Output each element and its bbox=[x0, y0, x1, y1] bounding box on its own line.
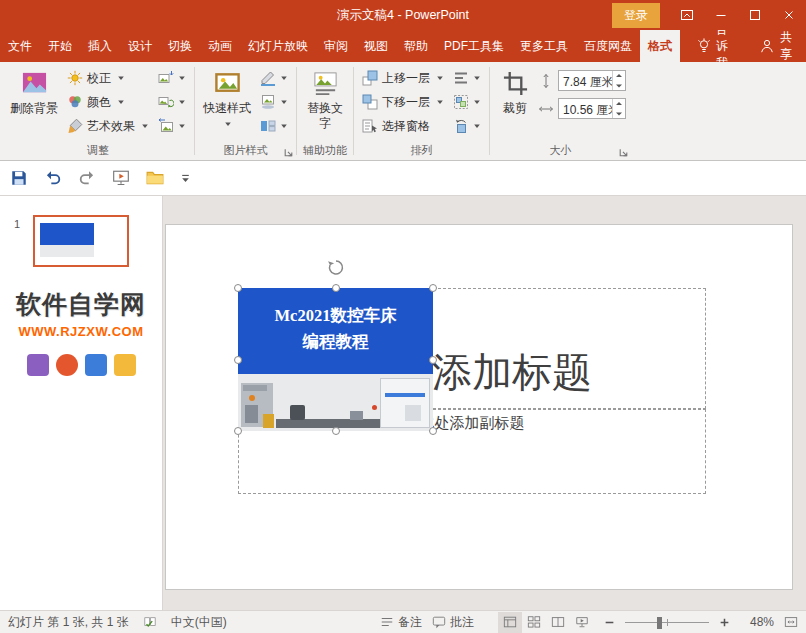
reading-view-button[interactable] bbox=[546, 612, 570, 633]
shape-width-icon bbox=[538, 101, 554, 117]
zoom-out-button[interactable] bbox=[604, 617, 615, 628]
normal-view-button[interactable] bbox=[498, 612, 522, 633]
zoom-thumb[interactable] bbox=[657, 617, 662, 629]
shape-width-spinner[interactable] bbox=[612, 99, 625, 118]
align-button[interactable] bbox=[450, 66, 484, 90]
slide-thumbnail-1[interactable] bbox=[33, 215, 129, 267]
resize-handle-sw[interactable] bbox=[234, 427, 242, 435]
alt-text-button[interactable]: 替换文字 bbox=[302, 66, 348, 143]
comments-button[interactable]: 批注 bbox=[432, 614, 474, 631]
login-button[interactable]: 登录 bbox=[612, 3, 660, 28]
resize-handle-e[interactable] bbox=[429, 356, 437, 364]
ribbon-display-options-button[interactable] bbox=[670, 0, 704, 30]
selection-pane-button[interactable]: 选择窗格 bbox=[359, 114, 447, 138]
reset-picture-button[interactable] bbox=[155, 114, 189, 138]
crop-button[interactable]: 裁剪 bbox=[495, 66, 535, 143]
close-icon bbox=[781, 7, 797, 23]
change-picture-button[interactable] bbox=[155, 90, 189, 114]
save-button[interactable] bbox=[10, 169, 28, 187]
slide-sorter-view-button[interactable] bbox=[522, 612, 546, 633]
zoom-slider[interactable] bbox=[625, 612, 709, 633]
redo-button[interactable] bbox=[78, 169, 96, 187]
language-button[interactable]: 中文(中国) bbox=[171, 614, 227, 631]
open-file-button[interactable] bbox=[146, 169, 164, 187]
ribbon-tab-bar: 文件 开始 插入 设计 切换 动画 幻灯片放映 审阅 视图 帮助 PDF工具集 … bbox=[0, 30, 806, 62]
maximize-button[interactable] bbox=[738, 0, 772, 30]
remove-background-button[interactable]: 删除背景 bbox=[7, 66, 61, 143]
share-button[interactable]: 共享 bbox=[745, 30, 806, 62]
tab-home[interactable]: 开始 bbox=[40, 30, 80, 62]
tab-picture-format[interactable]: 格式 bbox=[640, 30, 680, 62]
tab-file[interactable]: 文件 bbox=[0, 30, 40, 62]
tab-view[interactable]: 视图 bbox=[356, 30, 396, 62]
resize-handle-se[interactable] bbox=[429, 427, 437, 435]
tab-baidu-pan[interactable]: 百度网盘 bbox=[576, 30, 640, 62]
selected-picture[interactable]: Mc2021数控车床 编程教程 bbox=[238, 288, 433, 431]
customize-qat-button[interactable] bbox=[180, 173, 191, 184]
bring-forward-icon bbox=[362, 70, 378, 86]
chevron-down-icon bbox=[178, 98, 186, 106]
compress-picture-button[interactable] bbox=[155, 66, 189, 90]
bring-forward-button[interactable]: 上移一层 bbox=[359, 66, 447, 90]
spellcheck-button[interactable] bbox=[143, 615, 157, 629]
spinner-down-icon[interactable] bbox=[613, 109, 625, 119]
resize-handle-ne[interactable] bbox=[429, 284, 437, 292]
send-backward-button[interactable]: 下移一层 bbox=[359, 90, 447, 114]
tab-transitions[interactable]: 切换 bbox=[160, 30, 200, 62]
picture-layout-button[interactable] bbox=[257, 114, 291, 138]
rotate-objects-button[interactable] bbox=[450, 114, 484, 138]
picture-title-text: Mc2021数控车床 编程教程 bbox=[238, 288, 433, 354]
picture-effects-button[interactable] bbox=[257, 90, 291, 114]
rotate-handle[interactable] bbox=[326, 258, 345, 277]
shape-height-field[interactable]: 7.84 厘米 bbox=[558, 70, 626, 91]
tab-slideshow[interactable]: 幻灯片放映 bbox=[240, 30, 316, 62]
spinner-up-icon[interactable] bbox=[613, 99, 625, 109]
dialog-launcher-size[interactable] bbox=[617, 146, 629, 158]
tab-insert[interactable]: 插入 bbox=[80, 30, 120, 62]
slideshow-view-button[interactable] bbox=[570, 612, 594, 633]
notes-icon bbox=[380, 615, 394, 629]
tab-review[interactable]: 审阅 bbox=[316, 30, 356, 62]
quick-styles-button[interactable]: 快速样式 bbox=[200, 66, 254, 143]
notes-button[interactable]: 备注 bbox=[380, 614, 422, 631]
start-slideshow-button[interactable] bbox=[112, 169, 130, 187]
tab-help[interactable]: 帮助 bbox=[396, 30, 436, 62]
zoom-percentage[interactable]: 48% bbox=[740, 615, 774, 629]
ribbon-group-accessibility: 替换文字 辅助功能 bbox=[297, 63, 353, 160]
shape-height-spinner[interactable] bbox=[612, 71, 625, 90]
ribbon-group-size: 裁剪 7.84 厘米 10.56 厘米 bbox=[490, 63, 631, 160]
chevron-down-icon bbox=[280, 74, 288, 82]
spinner-down-icon[interactable] bbox=[613, 81, 625, 91]
machine-graphic bbox=[249, 395, 255, 401]
zoom-in-button[interactable] bbox=[719, 617, 730, 628]
resize-handle-nw[interactable] bbox=[234, 284, 242, 292]
tell-me-box[interactable]: 告诉我 bbox=[686, 30, 745, 62]
resize-handle-s[interactable] bbox=[332, 427, 340, 435]
tab-animations[interactable]: 动画 bbox=[200, 30, 240, 62]
close-button[interactable] bbox=[772, 0, 806, 30]
artistic-effects-button[interactable]: 艺术效果 bbox=[64, 114, 152, 138]
spinner-up-icon[interactable] bbox=[613, 71, 625, 81]
minimize-icon bbox=[713, 7, 729, 23]
dialog-launcher-picture-styles[interactable] bbox=[282, 146, 294, 158]
shape-width-field[interactable]: 10.56 厘米 bbox=[558, 98, 626, 119]
tab-design[interactable]: 设计 bbox=[120, 30, 160, 62]
watermark-title: 软件自学网 bbox=[0, 288, 162, 321]
resize-handle-w[interactable] bbox=[234, 356, 242, 364]
picture-border-button[interactable] bbox=[257, 66, 291, 90]
color-icon bbox=[67, 94, 83, 110]
minimize-button[interactable] bbox=[704, 0, 738, 30]
undo-button[interactable] bbox=[44, 169, 62, 187]
picture-border-icon bbox=[260, 70, 276, 86]
corrections-button[interactable]: 校正 bbox=[64, 66, 152, 90]
fit-to-window-button[interactable] bbox=[784, 615, 798, 629]
normal-view-icon bbox=[503, 615, 517, 629]
slide-canvas[interactable]: 此处添加标题 此处添加副标题 Mc2021数控车床 编程教程 bbox=[165, 224, 793, 590]
tab-more-tools[interactable]: 更多工具 bbox=[512, 30, 576, 62]
group-label-arrange: 排列 bbox=[354, 143, 489, 158]
color-button[interactable]: 颜色 bbox=[64, 90, 152, 114]
tab-pdf-tools[interactable]: PDF工具集 bbox=[436, 30, 512, 62]
group-objects-button[interactable] bbox=[450, 90, 484, 114]
slide-editor[interactable]: 此处添加标题 此处添加副标题 Mc2021数控车床 编程教程 bbox=[163, 196, 806, 610]
resize-handle-n[interactable] bbox=[332, 284, 340, 292]
